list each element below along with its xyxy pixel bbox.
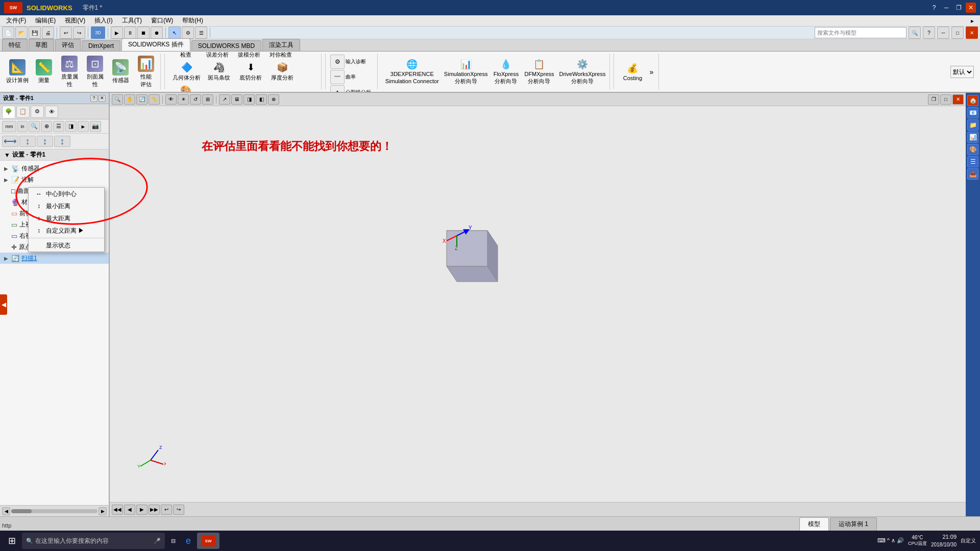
vp-rotate2-btn[interactable]: ↺ [190,94,201,105]
panel-tab-feature[interactable]: 🌳 [2,106,15,118]
pause-btn[interactable]: ⏸ [124,27,136,39]
search-input[interactable] [815,27,906,38]
minimize2-btn[interactable]: ─ [937,27,949,39]
section-props-btn[interactable]: ⊡ 剖面属性 [83,55,107,89]
cutcheck-btn[interactable]: ⬇ 底切分析 [235,61,266,83]
print-btn[interactable]: 🖨 [42,27,54,39]
panel-tab-props[interactable]: 📋 [16,106,30,118]
vp-grid-btn[interactable]: ⊞ [202,94,213,105]
dd-display-status[interactable]: 显示状态 [29,239,104,252]
vp-close-btn[interactable]: ✕ [952,94,964,105]
minimize-button[interactable]: ─ [941,3,951,13]
search-button[interactable]: 🔍 在这里输入你要搜索的内容 🎤 [22,533,165,549]
check-btn[interactable]: ✅ 检查 [170,52,201,60]
vp-restore-btn[interactable]: ❐ [928,94,939,105]
menu-view[interactable]: 视图(V) [61,15,89,26]
vp-pan-btn[interactable]: ✋ [124,94,135,105]
mass-props-btn[interactable]: ⚖ 质量属性 [57,55,82,89]
dd-max-dist[interactable]: ↕ 最大距离 [29,212,104,224]
thickness-btn[interactable]: 📦 厚度分析 [267,61,298,83]
cursor-btn[interactable]: ↖ [168,27,181,39]
expand-btn[interactable]: » [646,67,656,77]
vp-bot-redo[interactable]: ↪ [173,505,184,515]
vp-add-btn[interactable]: ⊕ [268,94,279,105]
panel-help-btn[interactable]: ? [90,95,97,102]
unit-mm-btn[interactable]: mm [2,121,16,132]
dfmxpress-btn[interactable]: 📋 DFMXpress分析向导 [522,58,556,85]
dd-min-dist[interactable]: ↕ 最小距离 [29,200,104,212]
new-btn[interactable]: 📄 [2,27,14,39]
redo-btn[interactable]: ↪ [73,27,85,39]
measure-custom-btn[interactable]: ↕ [54,136,70,147]
costing-btn[interactable]: 💰 Costing [620,62,645,82]
floxpress-btn[interactable]: 💧 FloXpress分析向导 [491,58,521,85]
clock[interactable]: 21:09 2018/10/30 [931,533,957,548]
save-btn[interactable]: 💾 [29,27,41,39]
menu-window[interactable]: 窗口(W) [147,15,177,26]
tree-sweep[interactable]: ▶ 🔄 扫描1 [0,253,109,264]
stop-btn[interactable]: ⏹ [137,27,150,39]
search-btn[interactable]: 🔍 [909,27,921,39]
gear-menu-btn[interactable]: ⚙ [182,27,194,39]
scroll-track[interactable] [11,509,97,513]
3d-btn[interactable]: 3D [91,27,105,39]
tab-sketch[interactable]: 草图 [29,39,54,51]
start-button[interactable]: ⊞ [4,533,20,549]
taskbar-sw-btn[interactable]: SW [197,533,219,549]
sensor-btn[interactable]: 📡 传感器 [108,58,133,85]
measure-min-btn[interactable]: ↕ [19,136,36,147]
maximize2-btn[interactable]: □ [951,27,964,39]
rs-folder-btn[interactable]: 📁 [967,119,978,131]
scroll-right-btn[interactable]: ▶ [99,507,107,515]
error-analysis-btn[interactable]: 📉 误差分析 [202,52,233,60]
tab-solidworks-mbd[interactable]: SOLIDWORKS MBD [191,40,261,51]
draft-analysis-btn[interactable]: 🔺 拔模分析 [234,52,264,60]
vp-measure-btn[interactable]: 📏 [149,94,160,105]
vp-monitor-btn[interactable]: 🖥 [231,94,242,105]
rs-home-btn[interactable]: 🏠 [967,95,978,106]
menu-expand[interactable]: ▸ [967,16,978,26]
split-btn[interactable]: ◨ [65,121,77,132]
vp-split-btn[interactable]: ◨ [243,94,255,105]
scroll-left-btn[interactable]: ◀ [2,507,10,515]
rs-list-btn[interactable]: ☰ [967,156,978,167]
vp-rotate-btn[interactable]: 🔄 [136,94,148,105]
menu-help[interactable]: 帮助(H) [178,15,207,26]
rs-palette-btn[interactable]: 🎨 [967,144,978,155]
play-btn[interactable]: ▶ [111,27,123,39]
menu-insert[interactable]: 插入(I) [90,15,116,26]
vp-bot-nav4[interactable]: ▶▶ [149,505,160,515]
panel-close-btn[interactable]: ✕ [99,95,106,102]
vp-bot-nav2[interactable]: ◀ [124,505,135,515]
options-btn[interactable]: ☰ [195,27,207,39]
input-diag-btn[interactable]: ⚙ [330,55,345,69]
default-select[interactable]: 默认 [950,66,974,78]
rs-upload-btn[interactable]: 📤 [967,168,978,180]
perf-btn[interactable]: 📊 性能评估 [134,55,158,89]
panel-tab-config[interactable]: ⚙ [31,106,44,118]
rs-email-btn[interactable]: 📧 [967,107,978,118]
tab-motion[interactable]: 运动算例 1 [830,517,877,531]
tab-render[interactable]: 渲染工具 [262,39,300,51]
tree-sensor[interactable]: ▶ 📡 传感器 [0,163,109,174]
taskbar-ie-btn[interactable]: e [182,533,195,549]
zoom-btn[interactable]: 🔍 [29,121,40,132]
vp-arrow-btn[interactable]: ↗ [219,94,230,105]
tab-feature[interactable]: 特征 [2,39,28,51]
add-btn[interactable]: ⊕ [41,121,52,132]
undo-btn[interactable]: ↩ [60,27,72,39]
curve-btn[interactable]: 〰 [330,70,345,84]
close2-btn[interactable]: ✕ [966,27,978,39]
zebra-btn[interactable]: 🦓 斑马条纹 [204,61,234,83]
close-button[interactable]: ✕ [966,3,976,13]
check2-btn[interactable]: 🎨 检查漆... [170,84,201,92]
rs-chart-btn[interactable]: 📊 [967,132,978,143]
geo-btn[interactable]: 🔷 几何体分析 [170,61,203,83]
tab-dimxpert[interactable]: DimXpert [82,40,120,51]
inspect-btn[interactable]: 🔍 对你检查 [265,52,296,60]
vp-bot-undo[interactable]: ↩ [161,505,172,515]
menu-file[interactable]: 文件(F) [2,15,30,26]
measure-center-btn[interactable]: ⟷ [2,136,18,147]
vp-zoom-btn[interactable]: 🔍 [112,94,123,105]
help-button[interactable]: ? [929,3,939,13]
